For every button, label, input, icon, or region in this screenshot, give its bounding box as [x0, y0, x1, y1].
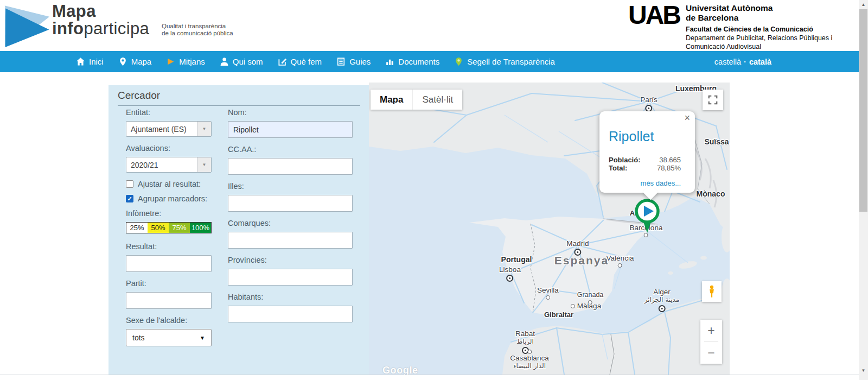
- nav-item-qui-som[interactable]: Qui som: [220, 57, 263, 66]
- map-label-text: València: [607, 254, 634, 262]
- page-bottom-divider: [0, 375, 859, 375]
- map-label-casablanca: Casablancaالدار البيضاء: [510, 349, 548, 370]
- info-window-close-icon[interactable]: ×: [684, 112, 690, 123]
- map-pin-icon: [118, 57, 127, 66]
- ripollet-map-marker[interactable]: [631, 194, 663, 237]
- scrollbar-up-icon[interactable]: ▲: [859, 0, 868, 9]
- chevron-down-icon[interactable]: ▼: [197, 122, 211, 136]
- avaluacions-select[interactable]: 2020/21▼: [126, 157, 212, 173]
- ajustar-checkbox[interactable]: [126, 180, 133, 188]
- chart-icon: [385, 57, 394, 66]
- page-header: Mapa infoparticipa Qualitat i transparèn…: [0, 0, 859, 51]
- nav-item-qu-fem[interactable]: Què fem: [278, 57, 322, 66]
- fullscreen-icon: [707, 94, 718, 105]
- nom-input[interactable]: Ripollet: [228, 121, 353, 138]
- entitat-label: Entitat:: [126, 108, 212, 117]
- edit-icon: [278, 57, 287, 66]
- map-label-subtext: مدينة الجزائر: [644, 296, 680, 304]
- map-label-text: Lisboa: [499, 265, 521, 274]
- map-label-alger: Algerمدينة الجزائر: [644, 288, 680, 312]
- avaluacions-select-value: 2020/21: [126, 157, 197, 172]
- city-dot-icon: [571, 304, 575, 308]
- lang-catala-current[interactable]: català: [749, 58, 771, 66]
- ajustar-checkbox-row[interactable]: Ajustar al resultat:: [126, 180, 212, 188]
- agrupar-checkbox-row[interactable]: ✓Agrupar marcadors:: [126, 194, 212, 203]
- lang-castella-link[interactable]: castellà: [714, 58, 741, 66]
- lang-separator: ·: [744, 58, 746, 66]
- zoom-control: + −: [700, 320, 722, 364]
- sexe-select[interactable]: tots▼: [126, 329, 212, 346]
- field-sexe: Sexe de l'alcalde:tots▼: [126, 316, 212, 346]
- zoom-in-button[interactable]: +: [700, 320, 722, 341]
- map-label-madrid: Madrid: [566, 239, 589, 256]
- resultat-label: Resultat:: [126, 242, 212, 251]
- uab-logo[interactable]: UAB: [628, 0, 680, 30]
- search-panel-title: Cercador: [118, 90, 360, 106]
- nav-item-label: Documents: [398, 57, 439, 66]
- map-label-text: Gibraltar: [544, 311, 573, 319]
- guide-icon: [336, 57, 346, 66]
- nav-item-label: Qui som: [233, 57, 263, 66]
- ccaa-input[interactable]: [228, 158, 353, 175]
- map-type-map-button[interactable]: Mapa: [371, 90, 412, 110]
- map-label-text: París: [640, 96, 658, 104]
- more-data-link[interactable]: més dades...: [641, 179, 681, 187]
- map-label-su-ssa: Suïssa: [704, 138, 729, 146]
- agrupar-label: Agrupar marcadors:: [138, 194, 207, 203]
- vertical-scrollbar[interactable]: ▲ ▼: [859, 0, 868, 380]
- nav-item-label: Mapa: [131, 57, 152, 66]
- agrupar-checkbox[interactable]: ✓: [126, 195, 133, 202]
- illes-label: Illes:: [228, 182, 353, 191]
- map-label-lisboa: Lisboa: [499, 265, 521, 282]
- nom-input-value: Ripollet: [233, 125, 259, 134]
- map-type-satellite-button[interactable]: Satèl·lit: [412, 90, 462, 110]
- resultat-input[interactable]: [126, 255, 212, 272]
- info-window-title: Ripollet: [609, 129, 654, 144]
- nav-item-guies[interactable]: Guies: [336, 57, 371, 66]
- field-partit: Partit:: [126, 279, 212, 309]
- map-label-text: Alger: [644, 288, 680, 296]
- provincies-input[interactable]: [228, 269, 353, 286]
- info-row-value: 78,85%: [657, 164, 681, 172]
- map-label-portugal: Portugal: [501, 256, 532, 264]
- comarques-label: Comarques:: [228, 219, 353, 227]
- sexe-label: Sexe de l'alcalde:: [126, 316, 212, 325]
- partit-input[interactable]: [126, 292, 212, 309]
- field-agrupar: ✓Agrupar marcadors:: [126, 194, 212, 203]
- nav-item-inici[interactable]: Inici: [76, 57, 104, 66]
- info-window-row-total: Total:78,85%: [609, 164, 681, 172]
- field-provincies: Províncies:: [228, 256, 353, 286]
- habitants-input[interactable]: [228, 306, 353, 322]
- nav-item-mitjans[interactable]: Mitjans: [166, 57, 205, 66]
- map-label-text: Màlaga: [577, 302, 601, 310]
- comarques-input[interactable]: [228, 232, 353, 249]
- infometre-label: Infòmetre:: [126, 209, 212, 218]
- uab-name-line1: Universitat Autònoma: [686, 3, 832, 13]
- map-canvas[interactable]: LuxemburgParísSuïssaMònacoAndorraBarcelo…: [369, 83, 730, 375]
- chevron-down-icon[interactable]: ▼: [197, 157, 211, 172]
- illes-input[interactable]: [228, 195, 353, 212]
- entitat-select[interactable]: Ajuntament (ES)▼: [126, 121, 212, 137]
- nav-item-label: Guies: [349, 57, 371, 66]
- fullscreen-button[interactable]: [703, 90, 723, 110]
- nav-item-label: Inici: [89, 57, 104, 66]
- scrollbar-thumb[interactable]: [859, 9, 867, 212]
- field-ccaa: CC.AA.:: [228, 145, 353, 175]
- map-label-text: Madrid: [566, 239, 589, 248]
- nom-label: Nom:: [228, 108, 353, 117]
- field-habitants: Habitants:: [228, 293, 353, 322]
- brand-title[interactable]: Mapa infoparticipa: [52, 3, 149, 37]
- street-view-pegman[interactable]: [702, 281, 722, 302]
- nav-item-documents[interactable]: Documents: [385, 57, 439, 66]
- habitants-label: Habitants:: [228, 293, 353, 301]
- scrollbar-down-icon[interactable]: ▼: [859, 366, 868, 375]
- zoom-out-button[interactable]: −: [700, 342, 722, 364]
- partit-label: Partit:: [126, 279, 212, 288]
- search-column-right: Nom:RipolletCC.AA.:Illes:Comarques:Proví…: [228, 108, 353, 330]
- map-label-text: Portugal: [501, 256, 532, 264]
- nav-item-segell-de-transpar-ncia[interactable]: Segell de Transparència: [454, 57, 555, 66]
- sexe-select-value: tots: [132, 333, 145, 342]
- nav-item-mapa[interactable]: Mapa: [118, 57, 152, 66]
- person-icon: [220, 57, 229, 66]
- uab-name-line2: de Barcelona: [686, 13, 832, 23]
